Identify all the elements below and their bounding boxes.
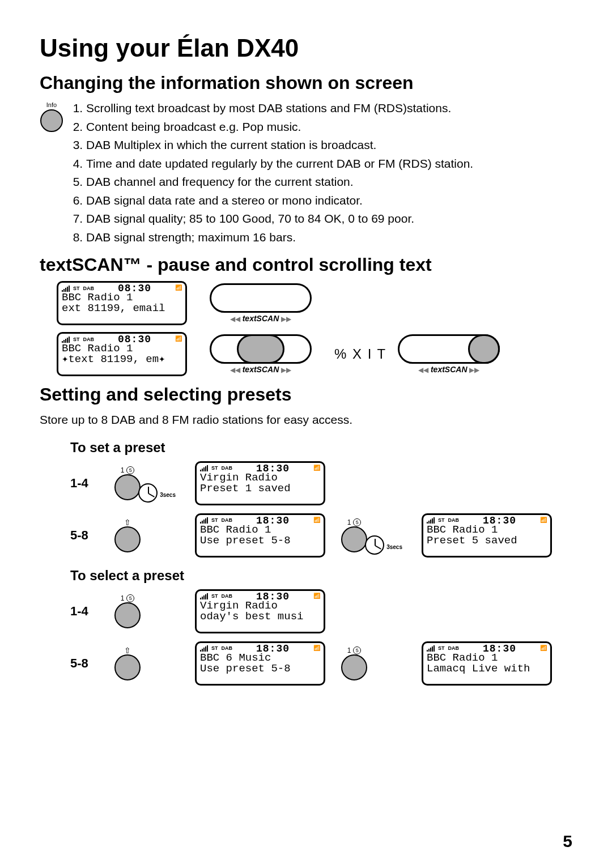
preset-button-1: 15 3secs: [114, 466, 141, 500]
shift-up-icon: ⇧: [124, 646, 131, 654]
preset-range-58: 5-8: [70, 528, 99, 543]
preset-button-1b: 15 3secs: [341, 518, 367, 552]
hold-timer-icon: [365, 535, 384, 555]
status-st: ST: [73, 286, 80, 291]
antenna-icon: 📶: [540, 518, 547, 524]
antenna-icon: 📶: [175, 286, 182, 291]
rewind-icon: ◀◀: [230, 315, 240, 323]
info-button-label: Info: [46, 101, 57, 108]
textscan-label: ◀◀ textSCAN ▶▶: [418, 365, 479, 374]
status-dab: DAB: [83, 337, 95, 342]
preset-button-shift-b: ⇧: [114, 646, 141, 680]
subheading-set-preset: To set a preset: [70, 440, 572, 456]
antenna-icon: 📶: [540, 646, 547, 652]
preset-button-1d: 15: [341, 646, 367, 680]
textscan-switch-pressed: [210, 334, 312, 364]
lcd-display-scroll-1: ST DAB 08:30 📶 BBC Radio 1 ext 81199, em…: [57, 281, 187, 325]
fastforward-icon: ▶▶: [469, 366, 479, 374]
lcd-select-preset-58b: ST DAB 18:30 📶 BBC Radio 1 Lamacq Live w…: [422, 641, 552, 686]
info-button-circle: [40, 109, 63, 132]
info-item: DAB Multiplex in which the current stati…: [86, 136, 473, 155]
textscan-label: ◀◀ textSCAN ▶▶: [230, 314, 291, 323]
preset-button-1c: 15: [114, 594, 141, 628]
lcd-set-preset-58b: ST DAB 18:30 📶 BBC Radio 1 Preset 5 save…: [422, 513, 552, 558]
info-item: DAB signal data rate and a stereo or mon…: [86, 192, 473, 210]
rewind-icon: ◀◀: [230, 366, 240, 374]
lcd-select-preset-58a: ST DAB 18:30 📶 BBC 6 Music Use preset 5-…: [195, 641, 325, 686]
info-item: DAB signal strength; maximum 16 bars.: [86, 228, 473, 247]
lcd-display-scroll-2: ST DAB 08:30 📶 BBC Radio 1 ✦text 81199, …: [57, 332, 187, 376]
preset-button-shift: ⇧: [114, 518, 141, 552]
textscan-switch-right: [398, 334, 500, 364]
presets-intro: Store up to 8 DAB and 8 FM radio station…: [40, 411, 572, 429]
info-item: Scrolling text broadcast by most DAB sta…: [86, 99, 473, 118]
info-items-list: Scrolling text broadcast by most DAB sta…: [86, 99, 473, 246]
exit-label: % X I T: [334, 346, 386, 362]
status-dab: DAB: [83, 286, 95, 291]
info-button-icon: Info: [40, 101, 63, 132]
shift-up-icon: ⇧: [124, 518, 131, 526]
page-title: Using your Élan DX40: [40, 34, 572, 62]
antenna-icon: 📶: [313, 518, 320, 524]
info-item: Content being broadcast e.g. Pop music.: [86, 118, 473, 137]
antenna-icon: 📶: [175, 337, 182, 342]
subheading-select-preset: To select a preset: [70, 568, 572, 584]
preset-range-14: 1-4: [70, 476, 99, 491]
signal-icon: [62, 286, 70, 292]
antenna-icon: 📶: [313, 466, 320, 471]
hold-secs-label: 3secs: [160, 492, 176, 498]
fastforward-icon: ▶▶: [281, 315, 291, 323]
info-item: DAB channel and frequency for the curren…: [86, 173, 473, 192]
section-heading-info: Changing the information shown on screen: [40, 73, 572, 93]
preset-range-14: 1-4: [70, 604, 99, 619]
signal-icon: [200, 465, 208, 471]
preset-ring-5-icon: 5: [126, 466, 134, 474]
hold-timer-icon: [138, 483, 158, 503]
section-heading-textscan: textSCAN™ - pause and control scrolling …: [40, 254, 572, 275]
lcd-select-preset-14: ST DAB 18:30 📶 Virgin Radio oday's best …: [195, 589, 325, 633]
textscan-switch-neutral: [210, 283, 312, 313]
rewind-icon: ◀◀: [418, 366, 428, 374]
lcd-line2: ✦text 81199, em✦: [62, 354, 182, 365]
lcd-line1: BBC Radio 1: [62, 292, 182, 303]
antenna-icon: 📶: [313, 646, 320, 652]
antenna-icon: 📶: [313, 594, 320, 599]
status-st: ST: [73, 337, 80, 342]
fastforward-icon: ▶▶: [281, 366, 291, 374]
signal-icon: [62, 337, 70, 343]
info-item: DAB signal quality; 85 to 100 Good, 70 t…: [86, 210, 473, 228]
lcd-set-preset-14: ST DAB 18:30 📶 Virgin Radio Preset 1 sav…: [195, 461, 325, 505]
preset-range-58: 5-8: [70, 656, 99, 671]
section-heading-presets: Setting and selecting presets: [40, 384, 572, 405]
lcd-line2: ext 81199, email: [62, 303, 182, 314]
lcd-set-preset-58a: ST DAB 18:30 📶 BBC Radio 1 Use preset 5-…: [195, 513, 325, 558]
info-item: Time and date updated regularly by the c…: [86, 155, 473, 173]
page-number: 5: [563, 832, 572, 851]
textscan-label: ◀◀ textSCAN ▶▶: [230, 365, 291, 374]
lcd-line1: BBC Radio 1: [62, 343, 182, 354]
